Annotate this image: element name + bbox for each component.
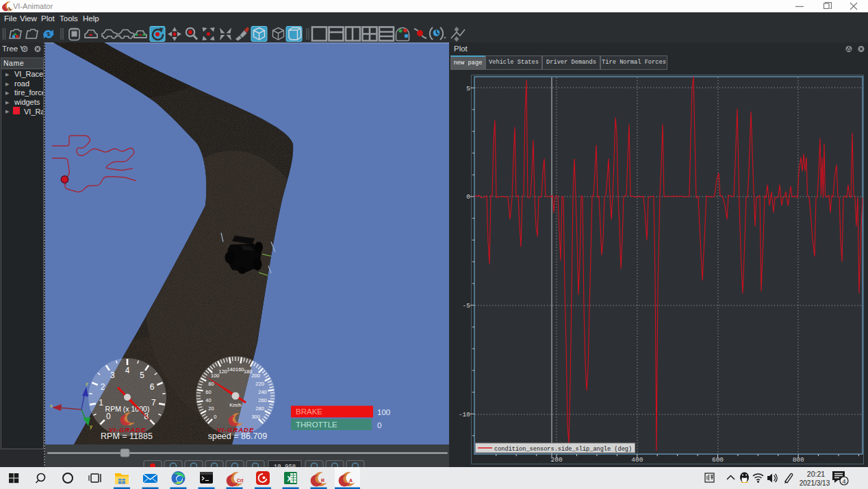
svg-text:200: 200 xyxy=(251,373,260,379)
svg-text:A: A xyxy=(349,478,353,483)
svg-text:RPM = 11885: RPM = 11885 xyxy=(101,431,153,441)
svg-text:400: 400 xyxy=(631,456,643,464)
svg-text:x: x xyxy=(50,403,53,409)
svg-text:7: 7 xyxy=(151,398,156,408)
svg-text:600: 600 xyxy=(712,456,724,464)
svg-text:4: 4 xyxy=(842,478,845,485)
svg-text:1: 1 xyxy=(99,398,103,408)
svg-text:0: 0 xyxy=(377,421,381,429)
svg-text:280: 280 xyxy=(255,405,264,412)
svg-text:160: 160 xyxy=(235,366,244,373)
svg-text:100: 100 xyxy=(377,408,390,416)
svg-text:BRAKE: BRAKE xyxy=(296,408,322,416)
svg-text:Km/h: Km/h xyxy=(229,402,242,408)
svg-text:-10: -10 xyxy=(459,411,470,418)
svg-text:R: R xyxy=(321,478,324,483)
svg-text:6: 6 xyxy=(150,382,155,392)
svg-text:Crt: Crt xyxy=(237,478,244,483)
svg-text:20: 20 xyxy=(208,405,214,412)
svg-text:3: 3 xyxy=(110,371,115,380)
svg-text:RPM (x 1000): RPM (x 1000) xyxy=(105,405,150,413)
svg-text:220: 220 xyxy=(255,381,264,387)
svg-text:condition_sensors.side_slip_an: condition_sensors.side_slip_angle (deg) xyxy=(494,446,632,453)
svg-text:-5: -5 xyxy=(463,302,471,310)
svg-text:5: 5 xyxy=(140,371,144,380)
svg-text:800: 800 xyxy=(793,456,804,464)
svg-text:60: 60 xyxy=(205,389,211,395)
svg-text:2: 2 xyxy=(101,382,105,392)
svg-text:260: 260 xyxy=(258,397,267,403)
svg-text:40: 40 xyxy=(205,397,211,403)
svg-text:5: 5 xyxy=(466,85,470,92)
svg-text:THROTTLE: THROTTLE xyxy=(296,421,337,429)
svg-text:140: 140 xyxy=(227,366,235,373)
svg-text:300: 300 xyxy=(251,414,260,420)
svg-text:z: z xyxy=(86,381,88,387)
svg-text:speed = 86.709: speed = 86.709 xyxy=(208,431,268,441)
svg-text:200: 200 xyxy=(551,456,563,464)
svg-text:X: X xyxy=(288,475,292,483)
svg-text:y: y xyxy=(90,423,92,429)
svg-text:120: 120 xyxy=(219,368,228,375)
svg-text:0: 0 xyxy=(466,193,470,201)
svg-text:240: 240 xyxy=(258,389,267,395)
svg-text:4: 4 xyxy=(125,366,130,375)
svg-text:0: 0 xyxy=(214,414,216,420)
